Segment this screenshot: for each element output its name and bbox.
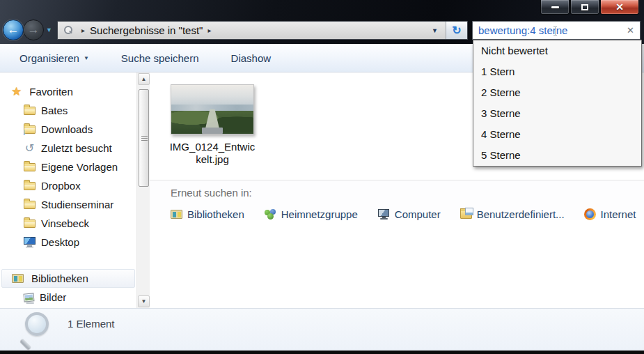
scrollbar-thumb[interactable] <box>139 89 149 187</box>
search-again-label: Erneut suchen in: <box>171 187 644 199</box>
magnifier-handle <box>20 339 32 351</box>
file-item-img-0124[interactable]: IMG_0124_Entwic kelt.jpg <box>167 84 258 166</box>
search-location-internet[interactable]: Internet <box>584 208 636 220</box>
folder-icon <box>24 163 36 171</box>
search-input[interactable] <box>478 24 624 36</box>
maximize-icon <box>581 4 588 10</box>
maximize-button[interactable] <box>570 0 599 15</box>
star-icon: ★ <box>11 86 22 98</box>
scroll-up-button[interactable]: ▲ <box>138 73 150 85</box>
sidebar-label: Downloads <box>41 123 93 135</box>
window-bottom-frame <box>0 351 644 354</box>
file-name-line2: kelt.jpg <box>167 153 258 166</box>
search-again-locations: Bibliotheken Heimnetzgruppe Computer Ben… <box>171 208 644 220</box>
sidebar-item-favoriten[interactable]: ★ Favoriten <box>0 82 136 101</box>
refresh-button[interactable]: ↻ <box>446 22 467 39</box>
custom-search-folder-icon <box>460 210 472 219</box>
search-box[interactable]: ✕ <box>472 21 641 40</box>
homegroup-icon <box>264 209 276 220</box>
sidebar-item-dropbox[interactable]: Dropbox <box>0 176 136 195</box>
suggestion-5-sterne[interactable]: 5 Sterne <box>473 145 641 166</box>
address-history-dropdown-icon[interactable]: ▼ <box>424 27 446 34</box>
sidebar-item-bilder[interactable]: Bilder <box>0 288 136 307</box>
location-label: Internet <box>601 208 636 220</box>
sidebar-item-eigene-vorlagen[interactable]: Eigene Vorlagen <box>0 157 136 176</box>
recent-places-icon: ↺ <box>24 143 36 154</box>
recent-pages-dropdown[interactable]: ▼ <box>46 26 52 33</box>
sidebar-item-downloads[interactable]: ↓ Downloads <box>0 120 136 139</box>
minimize-icon <box>551 6 559 8</box>
search-location-computer[interactable]: Computer <box>377 208 441 220</box>
file-name[interactable]: IMG_0124_Entwic kelt.jpg <box>167 141 258 166</box>
scroll-up-icon: ▲ <box>141 76 147 82</box>
titlebar: ✕ ← → ▼ ▸ Suchergebnisse in "test" ▸ ▼ ↻… <box>0 0 644 44</box>
thumbnail-structure <box>202 128 223 134</box>
sidebar-label: Bilder <box>40 291 66 303</box>
minimize-button[interactable] <box>540 0 570 15</box>
sidebar-label: Favoriten <box>29 86 73 98</box>
sidebar-item-desktop[interactable]: Desktop <box>0 233 136 252</box>
back-button[interactable]: ← <box>3 20 24 40</box>
item-count: 1 Element <box>68 318 115 330</box>
location-label: Bibliotheken <box>187 208 244 220</box>
sidebar-label: Bibliotheken <box>31 272 88 284</box>
search-location-heimnetzgruppe[interactable]: Heimnetzgruppe <box>264 208 358 220</box>
library-icon <box>12 274 24 283</box>
libraries-group: Bibliotheken Bilder <box>0 269 136 307</box>
sidebar-label: Vinsebeck <box>41 217 89 229</box>
pictures-icon <box>24 293 35 302</box>
file-name-line1: IMG_0124_Entwic <box>167 141 258 153</box>
desktop-icon <box>24 237 36 247</box>
breadcrumb-arrow-icon[interactable]: ▸ <box>203 26 216 34</box>
navigation-pane: ★ Favoriten Bates ↓ Downloads ↺ Zuletzt … <box>0 72 136 308</box>
status-bar: 1 Element <box>0 308 644 351</box>
sidebar-item-bibliotheken[interactable]: Bibliotheken <box>1 269 135 288</box>
sidebar-item-studienseminar[interactable]: Studienseminar <box>0 195 136 214</box>
back-arrow-icon: ← <box>8 23 19 37</box>
search-again-section: Erneut suchen in: Bibliotheken Heimnetzg… <box>150 180 644 220</box>
downloads-folder-icon: ↓ <box>24 125 36 134</box>
chevron-down-icon: ▼ <box>84 55 89 61</box>
sidebar-item-bates[interactable]: Bates <box>0 101 136 120</box>
sidebar-label: Desktop <box>41 236 79 248</box>
sidebar-item-zuletzt-besucht[interactable]: ↺ Zuletzt besucht <box>0 139 136 157</box>
suggestion-4-sterne[interactable]: 4 Sterne <box>473 124 641 145</box>
sidebar-label: Bates <box>41 105 68 116</box>
suggestion-nicht-bewertet[interactable]: Nicht bewertet <box>473 40 641 61</box>
folder-icon <box>24 220 36 228</box>
thumbnail-sky <box>171 85 253 105</box>
location-label: Benutzerdefiniert... <box>477 208 565 220</box>
suggestion-3-sterne[interactable]: 3 Sterne <box>473 103 641 124</box>
address-bar[interactable]: ▸ Suchergebnisse in "test" ▸ ▼ ↻ <box>57 21 468 40</box>
scroll-down-icon: ▼ <box>141 298 147 305</box>
photo-thumbnail[interactable] <box>171 84 254 134</box>
slideshow-button[interactable]: Diashow <box>221 49 281 68</box>
sidebar-label: Studienseminar <box>41 199 113 210</box>
breadcrumb-location[interactable]: Suchergebnisse in "test" <box>90 24 203 36</box>
organize-button[interactable]: Organisieren ▼ <box>10 49 99 68</box>
explorer-window: ✕ ← → ▼ ▸ Suchergebnisse in "test" ▸ ▼ ↻… <box>0 0 644 354</box>
search-location-benutzerdefiniert[interactable]: Benutzerdefiniert... <box>460 208 565 220</box>
computer-icon <box>377 209 390 220</box>
suggestion-1-stern[interactable]: 1 Stern <box>473 61 641 82</box>
search-location-bibliotheken[interactable]: Bibliotheken <box>171 208 244 220</box>
window-controls: ✕ <box>540 0 639 15</box>
breadcrumb-arrow-icon[interactable]: ▸ <box>77 26 90 34</box>
sidebar-item-vinsebeck[interactable]: Vinsebeck <box>0 214 136 233</box>
internet-browser-icon <box>584 208 596 220</box>
download-arrow-icon: ↓ <box>22 128 26 136</box>
organize-label: Organisieren <box>19 52 79 64</box>
forward-button[interactable]: → <box>23 20 44 40</box>
navigation-row: ← → ▼ ▸ Suchergebnisse in "test" ▸ ▼ ↻ ✕ <box>0 20 644 41</box>
close-button[interactable]: ✕ <box>600 0 639 15</box>
scroll-down-button[interactable]: ▼ <box>138 295 150 307</box>
location-label: Heimnetzgruppe <box>281 208 358 220</box>
save-search-label: Suche speichern <box>121 52 199 64</box>
text-cursor <box>555 26 556 36</box>
clear-search-icon[interactable]: ✕ <box>627 25 634 36</box>
sidebar-scrollbar[interactable]: ▲ ▼ <box>136 72 150 308</box>
search-location-icon <box>63 26 72 35</box>
save-search-button[interactable]: Suche speichern <box>111 49 209 68</box>
suggestion-2-sterne[interactable]: 2 Sterne <box>473 82 641 103</box>
sidebar-label: Zuletzt besucht <box>41 142 112 154</box>
